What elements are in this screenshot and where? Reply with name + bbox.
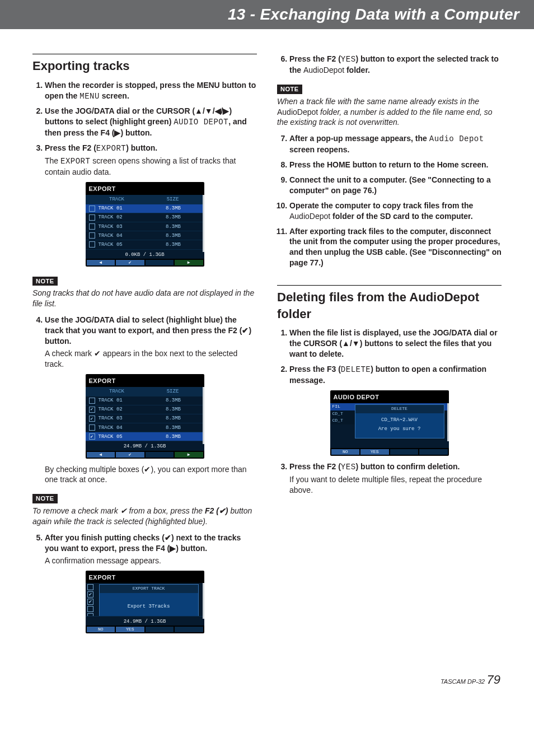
soft-button: ✔: [116, 260, 144, 265]
ss4-scrollbar: [447, 403, 449, 441]
page-header: 13 - Exchanging Data with a Computer: [0, 0, 534, 29]
track-name: TRACK 05: [99, 241, 146, 248]
track-name: TRACK 01: [99, 205, 146, 212]
checkbox-icon: ✔: [89, 416, 95, 422]
table-row: TRACK 038.3MB: [86, 222, 204, 231]
step-3: Press the F2 (EXPORT) button. The EXPORT…: [45, 143, 257, 178]
table-row: ✔TRACK 058.3MB: [86, 432, 204, 441]
step-9: Connect the unit to a computer. (See "Co…: [289, 175, 502, 196]
page-footer: TASCAM DP-32 79: [0, 650, 534, 698]
soft-button: ▶: [175, 452, 203, 458]
ss2-rows: TRACK 018.3MB✔TRACK 028.3MB✔TRACK 038.3M…: [86, 396, 204, 441]
track-size: 8.3MB: [146, 406, 201, 413]
ss3-title: EXPORT: [86, 571, 204, 584]
checkbox-icon: [89, 424, 95, 431]
step-11: After exporting track files to the compu…: [289, 226, 502, 269]
checkbox-icon: [89, 214, 95, 221]
note-label-1: NOTE: [32, 277, 58, 286]
ss4-dialog-title: DELETE: [355, 405, 444, 413]
ss1-buttons: ◀✔▶: [86, 259, 204, 265]
track-name: TRACK 04: [99, 424, 146, 431]
step-6: Press the F2 (YES) button to export the …: [289, 54, 502, 76]
ss3-footer: 24.9MB / 1.3GB: [86, 616, 204, 626]
ss4-title: AUDIO DEPOT: [330, 390, 449, 403]
track-name: TRACK 01: [99, 397, 146, 404]
export-steps-3: After you finish putting checks (✔) next…: [32, 533, 257, 566]
track-name: TRACK 03: [99, 223, 146, 230]
note-label-2: NOTE: [32, 494, 58, 503]
checkbox-icon: ✔: [89, 433, 95, 440]
note-text-right: When a track file with the same name alr…: [277, 96, 502, 128]
track-size: 8.3MB: [146, 223, 201, 230]
ss1-title: EXPORT: [86, 182, 204, 195]
left-column: Exporting tracks When the recorder is st…: [32, 54, 257, 639]
soft-button: ▶: [175, 260, 203, 265]
track-name: TRACK 04: [99, 232, 146, 239]
ss2-footer: 24.9MB / 1.3GB: [86, 441, 204, 450]
note-label-right: NOTE: [277, 85, 302, 94]
export-steps-right-2: After a pop-up message appears, the Audi…: [277, 133, 502, 268]
audiodepot-screenshot: AUDIO DEPOT FILCD_TCD_T DELETE CD_TRA~2.…: [330, 390, 449, 456]
right-column: Press the F2 (YES) button to export the …: [277, 54, 502, 639]
checkbox-icon: [87, 606, 93, 612]
ss1-col-size: SIZE: [145, 196, 201, 203]
ss3-scrollbar: [203, 583, 204, 619]
export-steps-right-1: Press the F2 (YES) button to export the …: [277, 54, 502, 76]
export-screenshot-3: EXPORT ✔✔ EXPORT TRACK Export 3Tracks 24…: [86, 571, 204, 634]
note-text-1: Song tracks that do not have audio data …: [32, 288, 257, 309]
table-row: TRACK 048.3MB: [86, 423, 204, 432]
soft-button: NO: [331, 449, 360, 455]
export-screenshot-2: EXPORT TRACK SIZE TRACK 018.3MB✔TRACK 02…: [86, 374, 204, 459]
footer-brand: TASCAM DP-32: [441, 678, 485, 685]
track-size: 8.3MB: [146, 415, 201, 422]
track-size: 8.3MB: [146, 205, 201, 212]
soft-button: ◀: [87, 452, 115, 458]
ss1-col-track: TRACK: [89, 196, 145, 203]
table-row: TRACK 048.3MB: [86, 231, 204, 240]
step-4: Use the JOG/DATA dial to select (highlig…: [45, 315, 257, 369]
export-steps-1: When the recorder is stopped, press the …: [32, 80, 257, 178]
footer-page-number: 79: [487, 673, 500, 687]
checkbox-icon: [89, 398, 95, 404]
heading-deleting: Deleting files from the AudioDepot folde…: [277, 285, 502, 322]
step-1: When the recorder is stopped, press the …: [45, 80, 257, 102]
del-step-3: Press the F2 (YES) button to confirm del…: [289, 461, 502, 496]
track-name: TRACK 05: [99, 433, 146, 440]
soft-button: ◀: [87, 260, 115, 265]
checkbox-icon: [87, 584, 93, 590]
table-row: TRACK 058.3MB: [86, 240, 204, 249]
checkbox-icon: [89, 223, 95, 230]
del-step-1: When the file list is displayed, use the…: [289, 328, 502, 360]
step-7: After a pop-up message appears, the Audi…: [289, 133, 502, 155]
ss3-overlay-line: Export 3Tracks: [102, 596, 196, 617]
track-name: TRACK 02: [99, 406, 146, 413]
track-size: 8.3MB: [146, 232, 201, 239]
ss3-leftboxes: ✔✔: [87, 584, 93, 619]
checkbox-icon: ✔: [87, 599, 93, 605]
ss3-overlay-title: EXPORT TRACK: [100, 585, 198, 593]
table-row: TRACK 028.3MB: [86, 213, 204, 222]
body-after-ss2: By checking multiple boxes (✔), you can …: [45, 464, 257, 486]
step-8: Press the HOME button to return to the H…: [289, 160, 502, 170]
page-body: Exporting tracks When the recorder is st…: [0, 29, 534, 650]
track-size: 8.3MB: [146, 241, 201, 248]
soft-button: [146, 452, 174, 458]
export-screenshot-1: EXPORT TRACK SIZE TRACK 018.3MBTRACK 028…: [86, 182, 204, 267]
ss3-buttons: NOYES: [86, 626, 204, 632]
ss4-dialog-line1: CD_TRA~2.WAV: [355, 413, 444, 424]
soft-button: [146, 627, 174, 632]
ss4-dialog-line2: Are you sure ?: [355, 424, 444, 438]
export-steps-2: Use the JOG/DATA dial to select (highlig…: [32, 315, 257, 369]
track-size: 8.3MB: [146, 424, 201, 431]
del-step-2: Press the F3 (DELETE) button to open a c…: [289, 364, 502, 386]
soft-button: YES: [116, 627, 144, 632]
ss2-title: EXPORT: [86, 374, 204, 387]
ss1-footer: 0.0KB / 1.3GB: [86, 249, 204, 259]
soft-button: [390, 449, 419, 455]
step-10: Operate the computer to copy track files…: [289, 200, 502, 222]
ss2-scrollbar: [203, 387, 204, 444]
track-name: TRACK 02: [99, 214, 146, 221]
soft-button: YES: [360, 449, 389, 455]
ss2-col-size: SIZE: [145, 388, 201, 395]
checkbox-icon: [89, 241, 95, 248]
